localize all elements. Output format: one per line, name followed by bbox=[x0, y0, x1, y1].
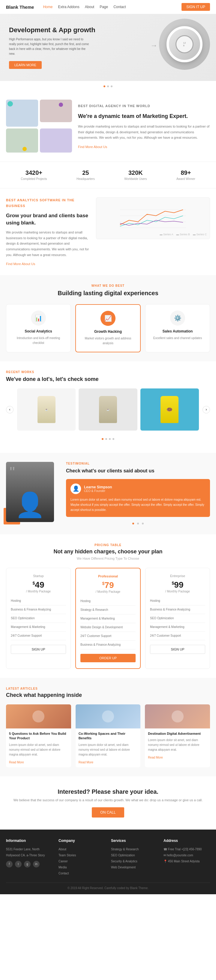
services-label: What We Do Best bbox=[6, 284, 210, 287]
pricing-section: Pricing Table Not any hidden charges, ch… bbox=[0, 535, 216, 678]
footer-link-media[interactable]: Media bbox=[58, 864, 105, 870]
footer-link-strategy[interactable]: Strategy & Research bbox=[111, 846, 158, 853]
reviewer-name: Learne Simpson bbox=[84, 485, 112, 489]
nav-link-contact[interactable]: Contact bbox=[114, 5, 126, 9]
pricing-cards: Startup $49 / Monthly Package Hosting Bu… bbox=[6, 568, 210, 669]
stat-awards-label: Award Winner bbox=[177, 177, 195, 181]
blog-img-3 bbox=[145, 705, 210, 729]
hero-cta-button[interactable]: LEARN MORE bbox=[9, 61, 42, 69]
cta-button[interactable]: ON CALL bbox=[92, 807, 124, 818]
legend-1: ▬ Series A bbox=[159, 233, 173, 236]
service-sales-desc: Excellent sales and channel updates bbox=[150, 336, 205, 340]
blog-2-title: Co-Working Spaces and Their Benefits bbox=[79, 732, 138, 741]
nav-link-about[interactable]: About bbox=[85, 5, 94, 9]
blog-img-2 bbox=[76, 705, 141, 729]
blog-2-content: Co-Working Spaces and Their Benefits Lor… bbox=[76, 729, 141, 767]
testimonial-person-photo: 👤 " bbox=[6, 462, 60, 522]
stat-projects-num: 3420+ bbox=[21, 169, 47, 176]
about-content: Best Digital Agency In The World We're a… bbox=[78, 103, 210, 149]
facebook-icon[interactable]: f bbox=[6, 861, 13, 867]
footer-link-about[interactable]: About bbox=[58, 846, 105, 853]
testimonial-label: Testimonial bbox=[66, 462, 210, 465]
blog-3-content: Destination Digital Advertisement Lorem … bbox=[145, 729, 210, 762]
service-growth-desc: Market visitors growth and address analy… bbox=[80, 336, 136, 346]
pro-order-button[interactable]: ORDER UP bbox=[80, 654, 136, 662]
nav-links: Home Extra Addons About Page Contact bbox=[43, 5, 181, 9]
analytics-chart bbox=[99, 201, 207, 231]
blog-1-readmore[interactable]: Read More bbox=[9, 760, 24, 764]
plan-enterprise-period: / Monthly Package bbox=[150, 590, 205, 593]
stat-hq: 25 Headquarters bbox=[77, 169, 95, 181]
footer-link-team[interactable]: Team Stories bbox=[58, 853, 105, 858]
nav-link-extra[interactable]: Extra Addons bbox=[58, 5, 79, 9]
work-item-1: ☕ bbox=[17, 388, 76, 431]
reviewer-title: CEO & Founder bbox=[84, 489, 112, 493]
works-slider: ☕ ☕ 🍩 bbox=[17, 388, 199, 431]
pro-feature-4: Website Design & Development bbox=[80, 623, 136, 632]
quote-mark-icon: " bbox=[9, 465, 15, 480]
pro-feature-6: Business & Finance Analyzing bbox=[80, 641, 136, 649]
footer-link-contact[interactable]: Contact bbox=[58, 870, 105, 877]
pricing-card-professional: Professional $79 / Monthly Package Hosti… bbox=[75, 568, 141, 669]
footer-social-links: f t g in bbox=[6, 861, 52, 867]
twitter-icon[interactable]: t bbox=[15, 861, 22, 867]
feature-3: SEO Optimization bbox=[11, 614, 66, 623]
plan-pro-price: $79 bbox=[80, 581, 136, 590]
footer-email: ✉ hello@yoursite.com bbox=[164, 853, 210, 858]
footer-street: 📍 456 Main Street Adyista bbox=[164, 858, 210, 864]
cta-description: We believe that the success of our compa… bbox=[6, 798, 210, 802]
plan-enterprise-features: Hosting Business & Finance Analyzing SEO… bbox=[150, 597, 205, 640]
navbar: Blank Theme Home Extra Addons About Page… bbox=[0, 0, 216, 14]
plan-pro-name: Professional bbox=[80, 574, 136, 578]
nav-link-page[interactable]: Page bbox=[99, 5, 108, 9]
blog-2-excerpt: Lorem ipsum dolor sit amet, sed diam non… bbox=[79, 743, 138, 757]
service-card-growth: 📈 Growth Hacking Market visitors growth … bbox=[75, 304, 141, 352]
blog-2-readmore[interactable]: Read More bbox=[79, 760, 93, 764]
works-prev-button[interactable]: ‹ bbox=[6, 406, 14, 414]
pro-feature-5: 24/7 Customer Support bbox=[80, 632, 136, 641]
about-description: We provide marketing services to startup… bbox=[78, 124, 210, 140]
about-link[interactable]: Find More About Us bbox=[78, 145, 107, 149]
footer-services-title: Services bbox=[111, 838, 158, 843]
enterprise-signup-button[interactable]: SIGN UP bbox=[150, 645, 205, 654]
testimonial-dots bbox=[66, 520, 210, 525]
footer-link-security[interactable]: Security & Analytics bbox=[111, 858, 158, 864]
grow-section: Best Analytics Software In The Business … bbox=[0, 188, 216, 275]
reviewer-details: Learne Simpson CEO & Founder bbox=[84, 485, 112, 493]
cta-title: Interested? Please share your idea. bbox=[6, 788, 210, 795]
footer-link-career[interactable]: Career bbox=[58, 858, 105, 864]
plan-enterprise-price: $99 bbox=[150, 580, 205, 590]
plan-startup-name: Startup bbox=[11, 574, 66, 578]
works-label: Recent Works bbox=[6, 371, 210, 374]
footer-address-line2: Hollywood CA. a-Three Story bbox=[6, 853, 52, 858]
footer-link-webdev[interactable]: Web Development bbox=[111, 864, 158, 870]
grow-link[interactable]: Find More About Us bbox=[6, 262, 35, 266]
social-analytics-icon: 📊 bbox=[31, 310, 46, 326]
footer-phone: ☎ Free Trial +[23] 456-7890 bbox=[164, 846, 210, 853]
googleplus-icon[interactable]: g bbox=[24, 861, 31, 867]
blog-3-readmore[interactable]: Read More bbox=[148, 756, 162, 759]
footer-address-title: Address bbox=[164, 838, 210, 843]
works-next-button[interactable]: › bbox=[202, 406, 210, 414]
plan-startup-period: / Monthly Package bbox=[11, 590, 66, 593]
legend-3: ▬ Series C bbox=[193, 233, 207, 236]
footer-link-seo[interactable]: SEO Optimization bbox=[111, 853, 158, 858]
about-label: Best Digital Agency In The World bbox=[78, 103, 210, 109]
testimonial-text: Lorem ipsum dolor sit amet, sed diam non… bbox=[71, 497, 205, 512]
grow-label: Best Analytics Software In The Business bbox=[6, 197, 90, 208]
blog-3-title: Destination Digital Advertisement bbox=[148, 732, 207, 736]
stat-projects: 3420+ Completed Projects bbox=[21, 169, 47, 181]
grow-content: Best Analytics Software In The Business … bbox=[6, 197, 90, 266]
hero-section: Development & App growth High Performanc… bbox=[0, 14, 216, 81]
stat-hq-num: 25 bbox=[77, 169, 95, 176]
reviewer-info: 👤 Learne Simpson CEO & Founder bbox=[71, 484, 205, 494]
service-social-desc: Introduction and kick-off meeting checkl… bbox=[11, 336, 66, 345]
pro-feature-2: Strategy & Research bbox=[80, 606, 136, 614]
linkedin-icon[interactable]: in bbox=[33, 861, 39, 867]
startup-signup-button[interactable]: SIGN UP bbox=[11, 645, 66, 654]
footer-company-title: Company bbox=[58, 838, 105, 843]
nav-link-home[interactable]: Home bbox=[43, 5, 52, 9]
signup-button[interactable]: SIGN IT UP bbox=[181, 3, 210, 11]
chart-container: ▬ Series A ▬ Series B ▬ Series C bbox=[96, 197, 210, 239]
blog-1-content: 5 Questions to Ask Before You Build Your… bbox=[6, 729, 71, 767]
